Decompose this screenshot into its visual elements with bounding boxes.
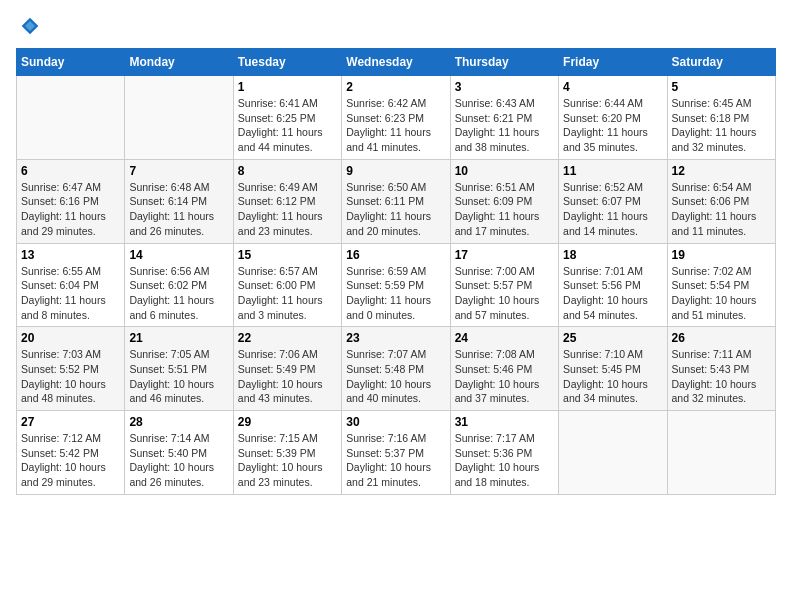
calendar-cell: 9Sunrise: 6:50 AM Sunset: 6:11 PM Daylig… xyxy=(342,159,450,243)
calendar-week-row: 6Sunrise: 6:47 AM Sunset: 6:16 PM Daylig… xyxy=(17,159,776,243)
calendar-day-header: Sunday xyxy=(17,49,125,76)
calendar-cell: 1Sunrise: 6:41 AM Sunset: 6:25 PM Daylig… xyxy=(233,76,341,160)
day-info: Sunrise: 6:57 AM Sunset: 6:00 PM Dayligh… xyxy=(238,264,337,323)
day-info: Sunrise: 6:43 AM Sunset: 6:21 PM Dayligh… xyxy=(455,96,554,155)
calendar-cell: 22Sunrise: 7:06 AM Sunset: 5:49 PM Dayli… xyxy=(233,327,341,411)
day-number: 23 xyxy=(346,331,445,345)
calendar-cell: 6Sunrise: 6:47 AM Sunset: 6:16 PM Daylig… xyxy=(17,159,125,243)
day-number: 16 xyxy=(346,248,445,262)
day-info: Sunrise: 6:42 AM Sunset: 6:23 PM Dayligh… xyxy=(346,96,445,155)
day-number: 30 xyxy=(346,415,445,429)
calendar-cell: 28Sunrise: 7:14 AM Sunset: 5:40 PM Dayli… xyxy=(125,411,233,495)
calendar-cell: 8Sunrise: 6:49 AM Sunset: 6:12 PM Daylig… xyxy=(233,159,341,243)
day-number: 18 xyxy=(563,248,662,262)
calendar-day-header: Friday xyxy=(559,49,667,76)
day-number: 11 xyxy=(563,164,662,178)
calendar-cell: 24Sunrise: 7:08 AM Sunset: 5:46 PM Dayli… xyxy=(450,327,558,411)
day-number: 13 xyxy=(21,248,120,262)
calendar-day-header: Saturday xyxy=(667,49,775,76)
day-info: Sunrise: 7:02 AM Sunset: 5:54 PM Dayligh… xyxy=(672,264,771,323)
calendar-week-row: 20Sunrise: 7:03 AM Sunset: 5:52 PM Dayli… xyxy=(17,327,776,411)
day-info: Sunrise: 6:45 AM Sunset: 6:18 PM Dayligh… xyxy=(672,96,771,155)
day-info: Sunrise: 7:08 AM Sunset: 5:46 PM Dayligh… xyxy=(455,347,554,406)
calendar-cell: 12Sunrise: 6:54 AM Sunset: 6:06 PM Dayli… xyxy=(667,159,775,243)
calendar-week-row: 1Sunrise: 6:41 AM Sunset: 6:25 PM Daylig… xyxy=(17,76,776,160)
calendar-cell xyxy=(559,411,667,495)
day-info: Sunrise: 6:41 AM Sunset: 6:25 PM Dayligh… xyxy=(238,96,337,155)
calendar-cell xyxy=(667,411,775,495)
calendar-cell: 26Sunrise: 7:11 AM Sunset: 5:43 PM Dayli… xyxy=(667,327,775,411)
calendar-week-row: 13Sunrise: 6:55 AM Sunset: 6:04 PM Dayli… xyxy=(17,243,776,327)
day-number: 17 xyxy=(455,248,554,262)
day-info: Sunrise: 7:14 AM Sunset: 5:40 PM Dayligh… xyxy=(129,431,228,490)
page-header xyxy=(16,16,776,36)
day-info: Sunrise: 6:50 AM Sunset: 6:11 PM Dayligh… xyxy=(346,180,445,239)
calendar-cell xyxy=(17,76,125,160)
day-info: Sunrise: 6:56 AM Sunset: 6:02 PM Dayligh… xyxy=(129,264,228,323)
calendar-week-row: 27Sunrise: 7:12 AM Sunset: 5:42 PM Dayli… xyxy=(17,411,776,495)
calendar-cell: 4Sunrise: 6:44 AM Sunset: 6:20 PM Daylig… xyxy=(559,76,667,160)
calendar-cell: 13Sunrise: 6:55 AM Sunset: 6:04 PM Dayli… xyxy=(17,243,125,327)
day-number: 29 xyxy=(238,415,337,429)
day-number: 27 xyxy=(21,415,120,429)
day-info: Sunrise: 7:17 AM Sunset: 5:36 PM Dayligh… xyxy=(455,431,554,490)
calendar-cell: 27Sunrise: 7:12 AM Sunset: 5:42 PM Dayli… xyxy=(17,411,125,495)
day-number: 26 xyxy=(672,331,771,345)
day-info: Sunrise: 7:05 AM Sunset: 5:51 PM Dayligh… xyxy=(129,347,228,406)
day-number: 25 xyxy=(563,331,662,345)
calendar-day-header: Monday xyxy=(125,49,233,76)
calendar-cell: 29Sunrise: 7:15 AM Sunset: 5:39 PM Dayli… xyxy=(233,411,341,495)
day-info: Sunrise: 7:16 AM Sunset: 5:37 PM Dayligh… xyxy=(346,431,445,490)
day-number: 5 xyxy=(672,80,771,94)
calendar-cell: 3Sunrise: 6:43 AM Sunset: 6:21 PM Daylig… xyxy=(450,76,558,160)
calendar-day-header: Wednesday xyxy=(342,49,450,76)
day-number: 12 xyxy=(672,164,771,178)
day-info: Sunrise: 7:03 AM Sunset: 5:52 PM Dayligh… xyxy=(21,347,120,406)
day-number: 7 xyxy=(129,164,228,178)
calendar-cell: 25Sunrise: 7:10 AM Sunset: 5:45 PM Dayli… xyxy=(559,327,667,411)
calendar-cell: 15Sunrise: 6:57 AM Sunset: 6:00 PM Dayli… xyxy=(233,243,341,327)
day-number: 2 xyxy=(346,80,445,94)
day-number: 3 xyxy=(455,80,554,94)
day-info: Sunrise: 6:55 AM Sunset: 6:04 PM Dayligh… xyxy=(21,264,120,323)
day-info: Sunrise: 6:47 AM Sunset: 6:16 PM Dayligh… xyxy=(21,180,120,239)
day-number: 24 xyxy=(455,331,554,345)
day-info: Sunrise: 7:12 AM Sunset: 5:42 PM Dayligh… xyxy=(21,431,120,490)
day-info: Sunrise: 7:01 AM Sunset: 5:56 PM Dayligh… xyxy=(563,264,662,323)
day-info: Sunrise: 7:10 AM Sunset: 5:45 PM Dayligh… xyxy=(563,347,662,406)
calendar-cell: 20Sunrise: 7:03 AM Sunset: 5:52 PM Dayli… xyxy=(17,327,125,411)
calendar-day-header: Tuesday xyxy=(233,49,341,76)
day-number: 4 xyxy=(563,80,662,94)
calendar-cell: 23Sunrise: 7:07 AM Sunset: 5:48 PM Dayli… xyxy=(342,327,450,411)
calendar-cell: 30Sunrise: 7:16 AM Sunset: 5:37 PM Dayli… xyxy=(342,411,450,495)
calendar-day-header: Thursday xyxy=(450,49,558,76)
day-number: 1 xyxy=(238,80,337,94)
day-info: Sunrise: 6:52 AM Sunset: 6:07 PM Dayligh… xyxy=(563,180,662,239)
day-number: 28 xyxy=(129,415,228,429)
calendar-cell: 19Sunrise: 7:02 AM Sunset: 5:54 PM Dayli… xyxy=(667,243,775,327)
day-number: 8 xyxy=(238,164,337,178)
calendar-cell: 5Sunrise: 6:45 AM Sunset: 6:18 PM Daylig… xyxy=(667,76,775,160)
calendar-cell: 10Sunrise: 6:51 AM Sunset: 6:09 PM Dayli… xyxy=(450,159,558,243)
calendar-cell: 16Sunrise: 6:59 AM Sunset: 5:59 PM Dayli… xyxy=(342,243,450,327)
day-number: 10 xyxy=(455,164,554,178)
calendar-cell xyxy=(125,76,233,160)
calendar-header-row: SundayMondayTuesdayWednesdayThursdayFrid… xyxy=(17,49,776,76)
day-info: Sunrise: 6:51 AM Sunset: 6:09 PM Dayligh… xyxy=(455,180,554,239)
calendar-cell: 21Sunrise: 7:05 AM Sunset: 5:51 PM Dayli… xyxy=(125,327,233,411)
calendar-cell: 7Sunrise: 6:48 AM Sunset: 6:14 PM Daylig… xyxy=(125,159,233,243)
day-info: Sunrise: 6:44 AM Sunset: 6:20 PM Dayligh… xyxy=(563,96,662,155)
calendar-cell: 14Sunrise: 6:56 AM Sunset: 6:02 PM Dayli… xyxy=(125,243,233,327)
day-info: Sunrise: 6:48 AM Sunset: 6:14 PM Dayligh… xyxy=(129,180,228,239)
calendar-table: SundayMondayTuesdayWednesdayThursdayFrid… xyxy=(16,48,776,495)
calendar-cell: 17Sunrise: 7:00 AM Sunset: 5:57 PM Dayli… xyxy=(450,243,558,327)
day-info: Sunrise: 6:54 AM Sunset: 6:06 PM Dayligh… xyxy=(672,180,771,239)
day-number: 14 xyxy=(129,248,228,262)
day-number: 20 xyxy=(21,331,120,345)
calendar-cell: 31Sunrise: 7:17 AM Sunset: 5:36 PM Dayli… xyxy=(450,411,558,495)
logo xyxy=(16,16,40,36)
day-number: 6 xyxy=(21,164,120,178)
day-info: Sunrise: 6:59 AM Sunset: 5:59 PM Dayligh… xyxy=(346,264,445,323)
day-number: 9 xyxy=(346,164,445,178)
day-number: 22 xyxy=(238,331,337,345)
